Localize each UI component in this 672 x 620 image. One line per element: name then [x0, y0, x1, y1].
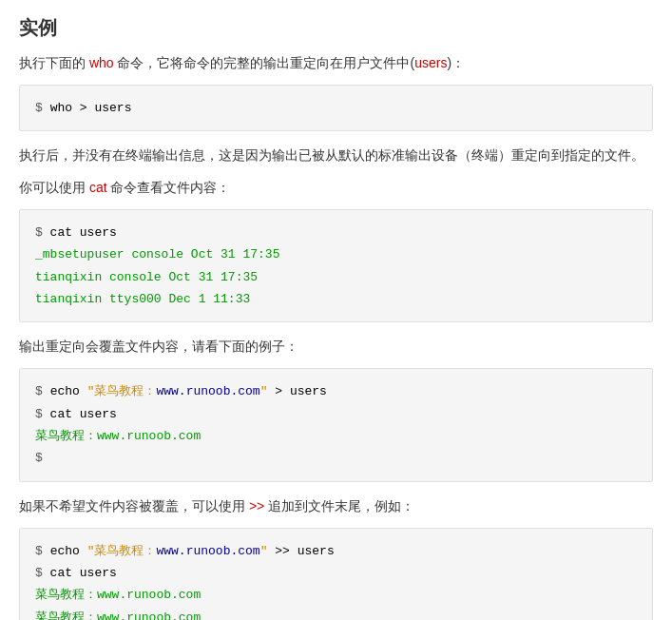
code-line-8: $: [35, 447, 637, 469]
page-title: 实例: [19, 15, 653, 41]
prompt-1: $: [35, 101, 43, 115]
para3-text: 你可以使用 cat 命令查看文件内容：: [19, 177, 653, 200]
para5-text: 如果不希望文件内容被覆盖，可以使用 >> 追加到文件末尾，例如：: [19, 495, 653, 518]
code-line-10: $ cat users: [35, 562, 637, 584]
para4-text: 输出重定向会覆盖文件内容，请看下面的例子：: [19, 336, 653, 358]
code-line-3: tianqixin console Oct 31 17:35: [35, 266, 637, 288]
code-block-4: $ echo "菜鸟教程：www.runoob.com" >> users $ …: [19, 528, 653, 621]
who-cmd: who: [89, 55, 114, 70]
code-line-12: 菜鸟教程：www.runoob.com: [35, 607, 637, 620]
code-line-1: $ cat users: [35, 222, 637, 243]
code-block-2: $ cat users _mbsetupuser console Oct 31 …: [19, 209, 653, 323]
code-line-5: $ echo "菜鸟教程：www.runoob.com" > users: [35, 380, 637, 402]
code-line-2: _mbsetupuser console Oct 31 17:35: [35, 243, 637, 265]
para2-text: 执行后，并没有在终端输出信息，这是因为输出已被从默认的标准输出设备（终端）重定向…: [19, 145, 653, 167]
code-line-7: 菜鸟教程：www.runoob.com: [35, 425, 637, 447]
cat-cmd: cat: [89, 180, 107, 195]
code-block-3: $ echo "菜鸟教程：www.runoob.com" > users $ c…: [19, 368, 653, 482]
intro-text: 执行下面的 who 命令，它将命令的完整的输出重定向在用户文件中(users)：: [19, 52, 653, 75]
code-line-6: $ cat users: [35, 403, 637, 425]
code-line-11: 菜鸟教程：www.runoob.com: [35, 584, 637, 606]
code-line-9: $ echo "菜鸟教程：www.runoob.com" >> users: [35, 540, 637, 562]
cmd-who: who > users: [50, 101, 132, 115]
code-block-1: $ who > users: [19, 85, 653, 131]
users-ref1: users: [414, 55, 447, 70]
append-op: >>: [249, 498, 264, 513]
code-line-4: tianqixin ttys000 Dec 1 11:33: [35, 288, 637, 310]
